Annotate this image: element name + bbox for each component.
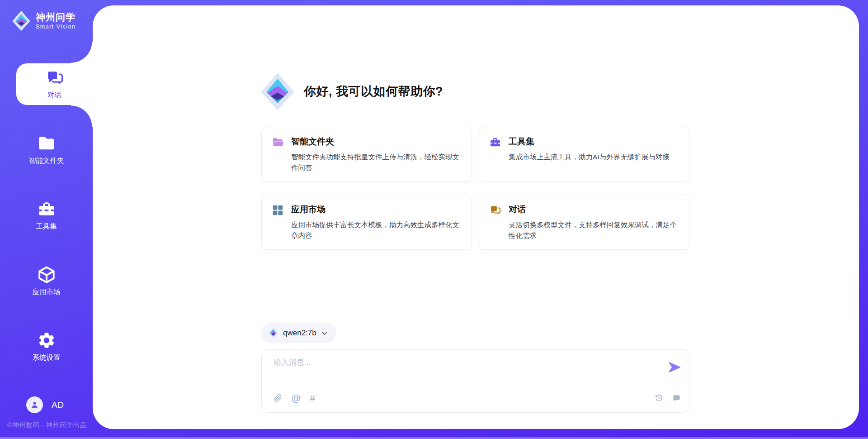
sidebar-item-settings[interactable]: 系统设置 [0,326,93,367]
chat-icon [45,68,64,87]
feature-cards: 智能文件夹 智能文件夹功能支持批量文件上传与清洗，轻松实现文件问答 工具集 集成… [261,127,689,250]
chat-bubble-icon[interactable] [672,394,681,402]
user-initials: AD [52,400,64,410]
copyright-text: ©神州数码 · 神州问学出品 [7,421,87,429]
sidebar-item-label: 智能文件夹 [29,156,64,166]
folder-icon [37,134,56,153]
card-title: 工具集 [509,136,670,148]
card-smart-folder[interactable]: 智能文件夹 智能文件夹功能支持批量文件上传与清洗，轻松实现文件问答 [261,127,472,182]
sidebar-item-toolset[interactable]: 工具集 [0,195,93,236]
card-app-market[interactable]: 应用市场 应用市场提供丰富长文本模板，助力高效生成多样化文章内容 [261,195,472,250]
active-tab-curve-top [71,42,93,63]
sidebar-item-smart-folder[interactable]: 智能文件夹 [0,129,93,171]
hero-diamond-icon [259,72,296,111]
card-description: 灵活切换多模型文件，支持多样回复效果调试，满足个性化需求 [509,220,679,241]
sidebar: 神州问学 Smart Vision 对话 智能文件夹 工具集 应用市场 系统设置 [0,0,93,439]
send-icon [667,360,682,375]
brand-name: 神州问学 [36,12,76,23]
message-input[interactable] [274,357,658,381]
card-title: 智能文件夹 [291,136,462,148]
card-title: 应用市场 [291,204,462,215]
paperclip-icon[interactable] [274,394,282,402]
send-button[interactable] [667,360,682,375]
app-window: 神州问学 Smart Vision 对话 智能文件夹 工具集 应用市场 系统设置 [0,0,868,439]
gear-icon [37,331,56,350]
card-description: 智能文件夹功能支持批量文件上传与清洗，轻松实现文件问答 [291,152,462,173]
grid-icon [272,204,284,241]
cube-icon [37,265,56,284]
message-composer: @ # [261,349,689,413]
chat-icon [489,204,502,241]
at-sign-icon[interactable]: @ [291,393,301,403]
hero: 你好, 我可以如何帮助你? [259,72,443,111]
window-bottom-edge [0,437,868,439]
toolbox-icon [489,136,502,173]
model-selector[interactable]: qwen2:7b [261,323,336,343]
user-account[interactable]: AD [26,396,64,413]
card-description: 集成市场上主流工具，助力AI与外界无缝扩展与对接 [509,152,670,162]
brand-subtitle: Smart Vision [36,24,76,30]
folder-open-icon [272,136,284,173]
sidebar-item-label: 对话 [47,91,61,100]
person-icon [30,400,39,410]
card-chat[interactable]: 对话 灵活切换多模型文件，支持多样回复效果调试，满足个性化需求 [479,195,689,250]
sidebar-item-label: 系统设置 [33,353,61,363]
chevron-down-icon [321,329,328,337]
model-name: qwen2:7b [283,329,316,338]
sidebar-item-label: 工具集 [36,222,57,231]
sidebar-item-app-market[interactable]: 应用市场 [0,260,93,302]
hash-icon[interactable]: # [310,393,315,403]
brand-diamond-icon [12,10,31,32]
sidebar-item-label: 应用市场 [33,287,61,297]
avatar [26,396,43,413]
history-icon[interactable] [655,394,663,402]
greeting-title: 你好, 我可以如何帮助你? [304,83,443,100]
model-diamond-icon [268,327,278,339]
card-description: 应用市场提供丰富长文本模板，助力高效生成多样化文章内容 [291,220,462,241]
toolbox-icon [37,200,56,219]
brand-logo: 神州问学 Smart Vision [12,10,76,32]
sidebar-item-chat[interactable]: 对话 [16,63,93,105]
card-title: 对话 [509,204,679,215]
card-toolset[interactable]: 工具集 集成市场上主流工具，助力AI与外界无缝扩展与对接 [479,127,689,182]
active-tab-curve-bottom [71,105,93,127]
composer-toolbar: @ # [274,383,681,412]
